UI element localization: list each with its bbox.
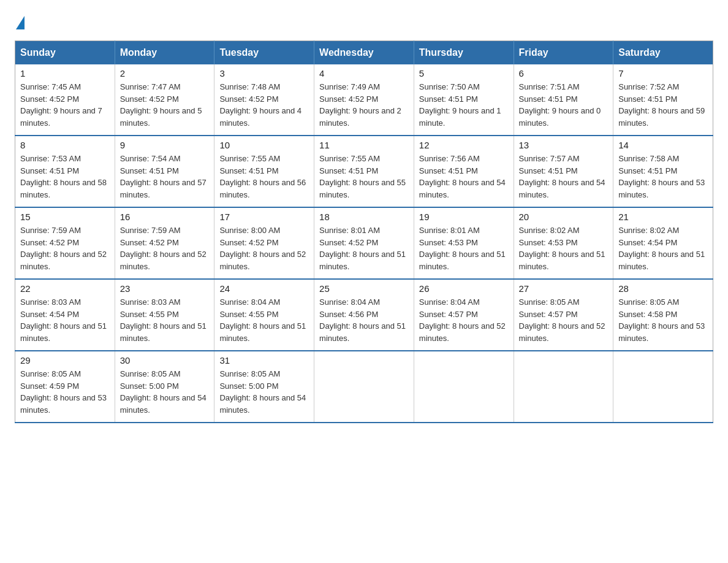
day-number: 16 — [120, 212, 210, 222]
calendar-cell: 18 Sunrise: 8:01 AM Sunset: 4:52 PM Dayl… — [314, 207, 414, 279]
calendar-week-row: 1 Sunrise: 7:45 AM Sunset: 4:52 PM Dayli… — [15, 64, 713, 136]
calendar-table: Sunday Monday Tuesday Wednesday Thursday… — [15, 40, 713, 423]
calendar-cell: 11 Sunrise: 7:55 AM Sunset: 4:51 PM Dayl… — [314, 136, 414, 207]
day-number: 3 — [219, 68, 309, 79]
day-number: 9 — [120, 140, 210, 150]
calendar-cell: 16 Sunrise: 7:59 AM Sunset: 4:52 PM Dayl… — [115, 207, 214, 279]
day-number: 19 — [419, 212, 509, 222]
day-number: 29 — [20, 355, 110, 366]
logo — [15, 15, 26, 28]
day-info: Sunrise: 7:49 AM Sunset: 4:52 PM Dayligh… — [319, 81, 409, 129]
calendar-cell: 26 Sunrise: 8:04 AM Sunset: 4:57 PM Dayl… — [414, 279, 514, 351]
calendar-cell: 31 Sunrise: 8:05 AM Sunset: 5:00 PM Dayl… — [214, 351, 314, 423]
calendar-cell: 24 Sunrise: 8:04 AM Sunset: 4:55 PM Dayl… — [214, 279, 314, 351]
calendar-cell: 28 Sunrise: 8:05 AM Sunset: 4:58 PM Dayl… — [613, 279, 713, 351]
calendar-cell: 22 Sunrise: 8:03 AM Sunset: 4:54 PM Dayl… — [15, 279, 115, 351]
day-number: 28 — [618, 283, 708, 294]
day-info: Sunrise: 7:47 AM Sunset: 4:52 PM Dayligh… — [120, 81, 210, 129]
calendar-cell: 30 Sunrise: 8:05 AM Sunset: 5:00 PM Dayl… — [115, 351, 214, 423]
calendar-cell: 4 Sunrise: 7:49 AM Sunset: 4:52 PM Dayli… — [314, 64, 414, 136]
day-number: 25 — [319, 283, 409, 294]
day-info: Sunrise: 7:53 AM Sunset: 4:51 PM Dayligh… — [20, 153, 110, 201]
day-info: Sunrise: 8:04 AM Sunset: 4:57 PM Dayligh… — [419, 296, 509, 344]
day-number: 1 — [20, 68, 110, 79]
calendar-cell — [414, 351, 514, 423]
calendar-week-row: 22 Sunrise: 8:03 AM Sunset: 4:54 PM Dayl… — [15, 279, 713, 351]
days-of-week-row: Sunday Monday Tuesday Wednesday Thursday… — [15, 41, 713, 65]
col-sunday: Sunday — [15, 41, 115, 65]
day-info: Sunrise: 7:50 AM Sunset: 4:51 PM Dayligh… — [419, 81, 509, 129]
calendar-cell — [314, 351, 414, 423]
day-info: Sunrise: 7:45 AM Sunset: 4:52 PM Dayligh… — [20, 81, 110, 129]
day-info: Sunrise: 7:56 AM Sunset: 4:51 PM Dayligh… — [419, 153, 509, 201]
day-number: 8 — [20, 140, 110, 150]
day-info: Sunrise: 8:00 AM Sunset: 4:52 PM Dayligh… — [219, 224, 309, 272]
calendar-cell: 10 Sunrise: 7:55 AM Sunset: 4:51 PM Dayl… — [214, 136, 314, 207]
day-number: 7 — [618, 68, 708, 79]
day-number: 13 — [519, 140, 609, 150]
day-number: 24 — [219, 283, 309, 294]
day-number: 11 — [319, 140, 409, 150]
day-number: 30 — [120, 355, 210, 366]
day-info: Sunrise: 7:52 AM Sunset: 4:51 PM Dayligh… — [618, 81, 708, 129]
calendar-cell: 23 Sunrise: 8:03 AM Sunset: 4:55 PM Dayl… — [115, 279, 214, 351]
day-number: 4 — [319, 68, 409, 79]
calendar-body: 1 Sunrise: 7:45 AM Sunset: 4:52 PM Dayli… — [15, 64, 713, 423]
calendar-header: Sunday Monday Tuesday Wednesday Thursday… — [15, 41, 713, 65]
day-info: Sunrise: 8:05 AM Sunset: 4:58 PM Dayligh… — [618, 296, 708, 344]
day-info: Sunrise: 8:02 AM Sunset: 4:54 PM Dayligh… — [618, 224, 708, 272]
day-info: Sunrise: 8:05 AM Sunset: 4:59 PM Dayligh… — [20, 368, 110, 416]
col-thursday: Thursday — [414, 41, 514, 65]
col-friday: Friday — [514, 41, 613, 65]
calendar-cell: 25 Sunrise: 8:04 AM Sunset: 4:56 PM Dayl… — [314, 279, 414, 351]
calendar-cell: 1 Sunrise: 7:45 AM Sunset: 4:52 PM Dayli… — [15, 64, 115, 136]
day-info: Sunrise: 7:48 AM Sunset: 4:52 PM Dayligh… — [219, 81, 309, 129]
calendar-cell: 14 Sunrise: 7:58 AM Sunset: 4:51 PM Dayl… — [613, 136, 713, 207]
calendar-cell: 15 Sunrise: 7:59 AM Sunset: 4:52 PM Dayl… — [15, 207, 115, 279]
day-info: Sunrise: 8:04 AM Sunset: 4:56 PM Dayligh… — [319, 296, 409, 344]
calendar-cell: 21 Sunrise: 8:02 AM Sunset: 4:54 PM Dayl… — [613, 207, 713, 279]
page-header — [15, 15, 713, 28]
day-info: Sunrise: 8:02 AM Sunset: 4:53 PM Dayligh… — [519, 224, 609, 272]
day-info: Sunrise: 7:59 AM Sunset: 4:52 PM Dayligh… — [120, 224, 210, 272]
day-info: Sunrise: 8:03 AM Sunset: 4:54 PM Dayligh… — [20, 296, 110, 344]
day-info: Sunrise: 8:05 AM Sunset: 5:00 PM Dayligh… — [219, 368, 309, 416]
calendar-cell: 2 Sunrise: 7:47 AM Sunset: 4:52 PM Dayli… — [115, 64, 214, 136]
day-info: Sunrise: 8:01 AM Sunset: 4:52 PM Dayligh… — [319, 224, 409, 272]
calendar-cell: 12 Sunrise: 7:56 AM Sunset: 4:51 PM Dayl… — [414, 136, 514, 207]
day-info: Sunrise: 7:55 AM Sunset: 4:51 PM Dayligh… — [319, 153, 409, 201]
day-info: Sunrise: 8:05 AM Sunset: 5:00 PM Dayligh… — [120, 368, 210, 416]
calendar-cell: 3 Sunrise: 7:48 AM Sunset: 4:52 PM Dayli… — [214, 64, 314, 136]
col-monday: Monday — [115, 41, 214, 65]
calendar-cell — [613, 351, 713, 423]
day-number: 23 — [120, 283, 210, 294]
calendar-cell: 6 Sunrise: 7:51 AM Sunset: 4:51 PM Dayli… — [514, 64, 613, 136]
day-number: 14 — [618, 140, 708, 150]
day-number: 2 — [120, 68, 210, 79]
day-number: 6 — [519, 68, 609, 79]
day-info: Sunrise: 7:51 AM Sunset: 4:51 PM Dayligh… — [519, 81, 609, 129]
col-tuesday: Tuesday — [214, 41, 314, 65]
logo-triangle-icon — [16, 16, 25, 29]
calendar-cell: 20 Sunrise: 8:02 AM Sunset: 4:53 PM Dayl… — [514, 207, 613, 279]
calendar-cell: 5 Sunrise: 7:50 AM Sunset: 4:51 PM Dayli… — [414, 64, 514, 136]
col-saturday: Saturday — [613, 41, 713, 65]
day-number: 22 — [20, 283, 110, 294]
calendar-cell: 8 Sunrise: 7:53 AM Sunset: 4:51 PM Dayli… — [15, 136, 115, 207]
day-info: Sunrise: 8:05 AM Sunset: 4:57 PM Dayligh… — [519, 296, 609, 344]
calendar-cell — [514, 351, 613, 423]
day-info: Sunrise: 7:54 AM Sunset: 4:51 PM Dayligh… — [120, 153, 210, 201]
day-number: 20 — [519, 212, 609, 222]
day-info: Sunrise: 8:04 AM Sunset: 4:55 PM Dayligh… — [219, 296, 309, 344]
calendar-cell: 29 Sunrise: 8:05 AM Sunset: 4:59 PM Dayl… — [15, 351, 115, 423]
day-number: 26 — [419, 283, 509, 294]
calendar-cell: 19 Sunrise: 8:01 AM Sunset: 4:53 PM Dayl… — [414, 207, 514, 279]
calendar-week-row: 29 Sunrise: 8:05 AM Sunset: 4:59 PM Dayl… — [15, 351, 713, 423]
day-number: 21 — [618, 212, 708, 222]
calendar-cell: 27 Sunrise: 8:05 AM Sunset: 4:57 PM Dayl… — [514, 279, 613, 351]
day-number: 5 — [419, 68, 509, 79]
day-info: Sunrise: 8:03 AM Sunset: 4:55 PM Dayligh… — [120, 296, 210, 344]
calendar-week-row: 8 Sunrise: 7:53 AM Sunset: 4:51 PM Dayli… — [15, 136, 713, 207]
day-info: Sunrise: 7:58 AM Sunset: 4:51 PM Dayligh… — [618, 153, 708, 201]
day-number: 18 — [319, 212, 409, 222]
